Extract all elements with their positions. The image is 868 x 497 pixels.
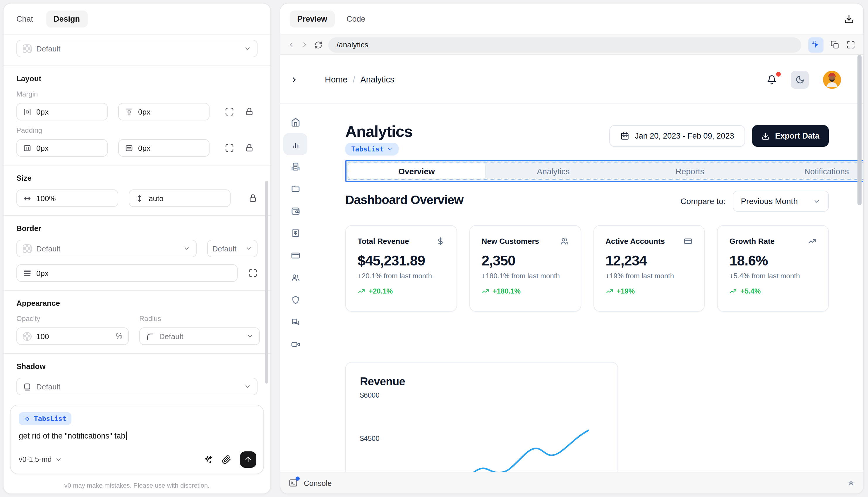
messages-icon [291,317,300,327]
app-header: Home / Analytics [280,56,863,104]
chevrons-up-icon [847,479,855,487]
border-expand-button[interactable] [248,268,258,278]
composer-input[interactable]: get rid of the "notifications" tab [19,431,255,440]
copy-button[interactable] [830,40,839,49]
model-name: v0-1.5-md [19,455,52,464]
compare-label: Compare to: [680,197,726,206]
notifications-button[interactable] [767,74,777,85]
refresh-icon [314,41,322,49]
tab-code[interactable]: Code [346,15,366,24]
border-width-icon [23,269,32,278]
fullscreen-button[interactable] [846,40,855,49]
user-avatar[interactable] [823,70,841,89]
sidebar-item-organization[interactable] [283,156,307,177]
console-expand-button[interactable] [847,479,855,487]
tab-overview[interactable]: Overview [348,163,485,179]
tab-preview[interactable]: Preview [290,11,335,28]
bell-icon [767,74,777,85]
size-lock-button[interactable] [248,194,258,203]
chevron-down-icon [813,197,821,205]
width-input[interactable]: 100% [16,189,118,207]
tab-notifications[interactable]: Notifications [758,163,863,179]
chat-composer[interactable]: TabsList get rid of the "notifications" … [10,404,264,474]
lock-icon [245,143,254,153]
height-input[interactable]: auto [129,189,231,207]
margin-label: Margin [16,90,258,98]
tab-analytics[interactable]: Analytics [485,163,622,179]
paperclip-icon[interactable] [222,455,231,464]
tab-reports[interactable]: Reports [622,163,758,179]
sidebar-item-customers[interactable] [283,267,307,288]
preview-scrollbar[interactable] [857,55,862,205]
border-style-dropdown[interactable]: Default [207,240,258,257]
lock-icon [248,194,258,203]
shadow-section-title: Shadow [16,362,258,371]
padding-horizontal-input[interactable]: 0px [16,139,108,157]
sidebar-item-messages[interactable] [283,311,307,333]
send-button[interactable] [240,451,256,468]
date-range-button[interactable]: Jan 20, 2023 - Feb 09, 2023 [609,125,745,147]
stat-badge-value: +180.1% [493,287,521,295]
border-color-dropdown[interactable]: Default [16,240,197,257]
component-style-dropdown[interactable]: Default [16,40,258,57]
download-button[interactable] [844,14,854,24]
sidebar-item-invoices[interactable] [283,222,307,244]
moon-icon [795,75,804,84]
selected-element-chip[interactable]: TabsList [345,143,399,156]
export-data-button[interactable]: Export Data [752,125,829,147]
compare-select[interactable]: Previous Month [732,190,829,212]
url-input[interactable]: /analytics [328,37,801,52]
inspector-toggle[interactable] [808,37,824,52]
theme-toggle[interactable] [791,70,809,89]
divider [3,215,271,216]
breadcrumb-current[interactable]: Analytics [360,75,394,84]
border-width-input[interactable]: 0px [16,264,238,282]
margin-lock-button[interactable] [245,107,254,116]
margin-vertical-input[interactable]: 0px [118,103,209,120]
credit-card-icon [684,237,693,245]
sparkles-icon[interactable] [204,455,213,464]
chevron-down-icon [246,333,253,340]
trending-up-icon [482,287,489,295]
sidebar-toggle[interactable] [290,75,299,84]
padding-lock-button[interactable] [245,143,254,153]
sidebar-item-files[interactable] [283,178,307,199]
design-panel-scrollbar[interactable] [265,181,268,384]
receipt-icon [291,228,300,238]
diamond-icon [24,415,30,422]
chevron-down-icon [387,146,393,152]
opacity-unit: % [116,332,122,340]
console-bar[interactable]: Console [280,472,863,494]
sidebar-item-analytics[interactable] [283,133,307,155]
margin-horizontal-input[interactable]: 0px [16,103,108,120]
padding-expand-button[interactable] [225,143,234,153]
refresh-button[interactable] [314,41,322,49]
selected-component-chip[interactable]: TabsList [19,412,72,425]
sidebar-item-video[interactable] [283,333,307,355]
radius-dropdown[interactable]: Default [139,327,260,345]
tab-chat[interactable]: Chat [16,15,33,24]
back-button[interactable] [287,41,295,48]
model-selector[interactable]: v0-1.5-md [19,455,62,464]
sidebar-item-home[interactable] [283,111,307,133]
opacity-input[interactable]: 100 % [16,327,129,345]
margin-expand-button[interactable] [225,107,234,116]
padding-vertical-input[interactable]: 0px [118,139,209,157]
forward-button[interactable] [301,41,308,48]
console-label: Console [304,479,332,487]
revenue-card: Revenue $6000 $4500 $3000 [345,362,618,472]
breadcrumb-home[interactable]: Home [325,75,347,84]
sidebar-item-cards[interactable] [283,244,307,266]
stat-badge-value: +5.4% [741,287,761,295]
design-controls-scroll[interactable]: Default Layout Margin 0px 0px Padding [3,35,271,404]
calendar-icon [620,131,629,140]
sidebar-item-security[interactable] [283,289,307,311]
tab-design[interactable]: Design [46,11,87,28]
corner-radius-icon [146,332,154,341]
video-icon [291,339,300,349]
users-icon [560,237,569,245]
width-arrows-icon [23,194,32,203]
shadow-dropdown[interactable]: Default [16,378,258,395]
sidebar-item-wallet[interactable] [283,200,307,222]
terminal-icon [289,478,298,488]
